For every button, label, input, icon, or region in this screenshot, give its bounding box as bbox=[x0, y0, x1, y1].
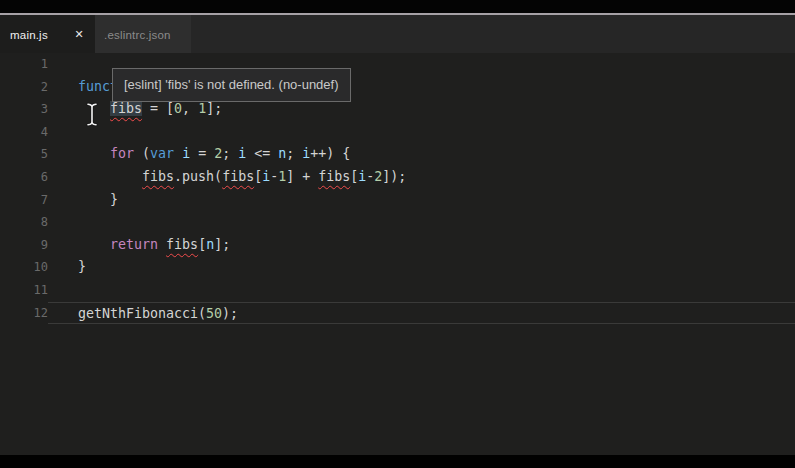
code-token: ]; bbox=[206, 101, 222, 116]
code-token: var bbox=[150, 146, 174, 161]
code-line[interactable]: 6 fibs.push(fibs[i-1] + fibs[i-2]); bbox=[0, 166, 795, 189]
line-code: } bbox=[48, 189, 795, 212]
eslint-hover-tooltip: [eslint] 'fibs' is not defined. (no-unde… bbox=[112, 68, 351, 102]
code-token: ( bbox=[134, 146, 150, 161]
line-number[interactable]: 9 bbox=[0, 234, 48, 257]
line-code bbox=[48, 279, 795, 302]
code-token: = bbox=[190, 146, 214, 161]
code-token: } bbox=[78, 192, 118, 207]
code-token: 0 bbox=[174, 101, 182, 116]
code-token: ; bbox=[222, 146, 238, 161]
code-token bbox=[158, 237, 166, 252]
code-line[interactable]: 5 for (var i = 2; i <= n; i++) { bbox=[0, 143, 795, 166]
code-token: [ bbox=[198, 237, 206, 252]
code-token: getNthFibonacci( bbox=[78, 306, 206, 321]
tooltip-text: [eslint] 'fibs' is not defined. (no-unde… bbox=[124, 77, 339, 92]
code-token: - bbox=[270, 169, 278, 184]
code-token: ++) { bbox=[310, 146, 350, 161]
code-token: ; bbox=[286, 146, 302, 161]
code-line[interactable]: 11 bbox=[0, 279, 795, 302]
code-line[interactable]: 4 bbox=[0, 121, 795, 144]
code-token: ]); bbox=[382, 169, 406, 184]
code-token: [ bbox=[254, 169, 262, 184]
line-code bbox=[48, 121, 795, 144]
line-number[interactable]: 8 bbox=[0, 211, 48, 234]
code-token: for bbox=[110, 146, 134, 161]
code-token: , bbox=[182, 101, 198, 116]
code-line[interactable]: 9 return fibs[n]; bbox=[0, 234, 795, 257]
line-code bbox=[48, 211, 795, 234]
line-code: fibs.push(fibs[i-1] + fibs[i-2]); bbox=[48, 166, 795, 189]
tab-eslintrc-json[interactable]: .eslintrc.json bbox=[95, 15, 191, 54]
line-number[interactable]: 7 bbox=[0, 189, 48, 212]
line-number[interactable]: 1 bbox=[0, 53, 48, 76]
error-token: fibs bbox=[166, 237, 198, 252]
code-token bbox=[78, 237, 110, 252]
error-token: fibs bbox=[222, 169, 254, 184]
code-token: ]; bbox=[214, 237, 230, 252]
line-code: } bbox=[48, 256, 795, 279]
line-number[interactable]: 5 bbox=[0, 143, 48, 166]
line-number[interactable]: 6 bbox=[0, 166, 48, 189]
code-token: } bbox=[78, 259, 86, 274]
line-number[interactable]: 12 bbox=[0, 302, 48, 325]
error-token: fibs bbox=[110, 101, 142, 116]
code-token: 1 bbox=[198, 101, 206, 116]
close-icon[interactable]: ✕ bbox=[72, 27, 87, 42]
line-number[interactable]: 4 bbox=[0, 121, 48, 144]
code-line[interactable]: 10} bbox=[0, 256, 795, 279]
code-token bbox=[78, 101, 110, 116]
code-token: i bbox=[262, 169, 270, 184]
window-bottom-bar bbox=[0, 455, 795, 468]
code-token: <= bbox=[246, 146, 278, 161]
code-token bbox=[78, 169, 142, 184]
code-token: ); bbox=[222, 306, 238, 321]
code-line[interactable]: 12getNthFibonacci(50); bbox=[0, 302, 795, 325]
code-token: 50 bbox=[206, 306, 222, 321]
tab-label: .eslintrc.json bbox=[104, 29, 171, 41]
line-number[interactable]: 3 bbox=[0, 98, 48, 121]
code-token: i bbox=[182, 146, 190, 161]
tab-bar: main.js ✕ .eslintrc.json bbox=[0, 15, 795, 54]
line-number[interactable]: 10 bbox=[0, 256, 48, 279]
line-code: for (var i = 2; i <= n; i++) { bbox=[48, 143, 795, 166]
code-token bbox=[78, 146, 110, 161]
window-top-bar bbox=[0, 0, 795, 13]
error-token: fibs bbox=[318, 169, 350, 184]
code-token: 2 bbox=[214, 146, 222, 161]
code-token: = [ bbox=[142, 101, 174, 116]
code-editor[interactable]: 12function getNthFibonacci(n) {3 fibs = … bbox=[0, 53, 795, 455]
line-number[interactable]: 11 bbox=[0, 279, 48, 302]
code-line[interactable]: 7 } bbox=[0, 189, 795, 212]
code-token: .push( bbox=[174, 169, 222, 184]
line-code: return fibs[n]; bbox=[48, 234, 795, 257]
code-line[interactable]: 8 bbox=[0, 211, 795, 234]
tab-label: main.js bbox=[10, 29, 48, 41]
code-token: return bbox=[110, 237, 158, 252]
tab-main-js[interactable]: main.js ✕ bbox=[0, 15, 95, 54]
line-number[interactable]: 2 bbox=[0, 76, 48, 99]
code-token: n bbox=[206, 237, 214, 252]
code-token bbox=[174, 146, 182, 161]
code-token: ] + bbox=[286, 169, 318, 184]
line-code: getNthFibonacci(50); bbox=[48, 302, 795, 325]
error-token: fibs bbox=[142, 169, 174, 184]
